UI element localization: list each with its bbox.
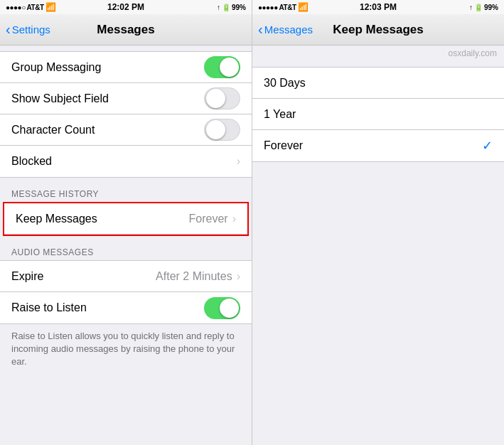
show-subject-row[interactable]: Show Subject Field — [0, 83, 252, 114]
message-history-header: MESSAGE HISTORY — [0, 183, 252, 202]
carrier-left: ●●●●○ AT&T 📶 — [6, 2, 55, 12]
back-label-left: Settings — [12, 23, 50, 36]
audio-messages-header: AUDIO MESSAGES — [0, 242, 252, 260]
expire-label: Expire — [11, 270, 43, 283]
battery-left: ↑ 🔋 99% — [217, 4, 246, 11]
expire-value: After 2 Minutes — [156, 270, 232, 283]
toggle-thumb-subject — [206, 89, 225, 108]
battery-right: ↑ 🔋 99% — [469, 4, 498, 11]
keep-messages-value: Forever — [189, 213, 228, 225]
audio-messages-group: Expire After 2 Minutes › Raise to Listen — [0, 260, 252, 324]
show-subject-toggle[interactable] — [204, 87, 240, 109]
group-messaging-toggle[interactable] — [204, 56, 240, 78]
message-history-section: MESSAGE HISTORY Keep Messages Forever › — [0, 183, 252, 236]
signal-left: ↑ — [217, 4, 220, 11]
option-1-year-label: 1 Year — [264, 108, 296, 121]
back-arrow-left: ‹ — [6, 21, 11, 38]
battery-icon-left: 🔋 — [222, 4, 230, 11]
blocked-right: › — [237, 155, 240, 168]
back-button-right[interactable]: ‹ Messages — [258, 21, 313, 38]
keep-messages-list: 30 Days 1 Year Forever ✓ — [252, 67, 504, 162]
nav-bar-right: ‹ Messages Keep Messages — [252, 14, 504, 45]
status-bar-left: ●●●●○ AT&T 📶 12:02 PM ↑ 🔋 99% — [0, 0, 252, 14]
expire-row[interactable]: Expire After 2 Minutes › — [0, 261, 252, 292]
page-title-right: Keep Messages — [333, 23, 424, 37]
raise-to-listen-toggle[interactable] — [204, 297, 240, 319]
expire-chevron: › — [237, 270, 240, 283]
toggle-thumb-char — [206, 120, 225, 139]
option-forever-label: Forever — [264, 139, 303, 152]
blocked-chevron: › — [237, 155, 240, 168]
option-30-days-label: 30 Days — [264, 77, 306, 90]
carrier-right: ●●●●● AT&T 📶 — [258, 2, 308, 12]
keep-messages-group: Keep Messages Forever › — [3, 202, 249, 236]
back-arrow-right: ‹ — [258, 21, 263, 38]
nav-bar-left: ‹ Settings Messages — [0, 14, 252, 45]
blocked-row[interactable]: Blocked › — [0, 146, 252, 177]
forever-checkmark: ✓ — [482, 138, 493, 154]
show-subject-label: Show Subject Field — [11, 92, 109, 105]
status-bar-right: ●●●●● AT&T 📶 12:03 PM ↑ 🔋 99% — [252, 0, 504, 14]
raise-to-listen-label: Raise to Listen — [11, 301, 87, 314]
group-messaging-label: Group Messaging — [11, 61, 101, 74]
time-left: 12:02 PM — [107, 2, 144, 12]
blocked-label: Blocked — [11, 155, 52, 168]
back-button-left[interactable]: ‹ Settings — [6, 21, 50, 38]
group-messaging-row[interactable]: Group Messaging — [0, 52, 252, 83]
settings-list-left: Group Messaging Show Subject Field Chara… — [0, 45, 252, 445]
keep-messages-right: Forever › — [189, 213, 236, 225]
option-30-days-row[interactable]: 30 Days — [252, 68, 504, 99]
expire-right: After 2 Minutes › — [156, 270, 240, 283]
back-label-right: Messages — [264, 23, 313, 36]
keep-messages-chevron: › — [232, 213, 236, 225]
battery-pct-left: 99% — [232, 4, 246, 11]
signal-right: ↑ — [469, 4, 473, 11]
battery-pct-right: 99% — [484, 4, 498, 11]
character-count-toggle[interactable] — [204, 119, 240, 141]
keep-messages-row[interactable]: Keep Messages Forever › — [4, 203, 247, 235]
right-panel: ●●●●● AT&T 📶 12:03 PM ↑ 🔋 99% ‹ Messages… — [252, 0, 504, 445]
toggle-thumb-raise — [220, 299, 239, 318]
toggle-thumb-group — [220, 58, 239, 77]
raise-to-listen-row[interactable]: Raise to Listen — [0, 292, 252, 323]
raise-to-listen-description: Raise to Listen allows you to quickly li… — [0, 324, 252, 375]
page-title-left: Messages — [97, 23, 154, 37]
time-right: 12:03 PM — [360, 2, 397, 12]
character-count-row[interactable]: Character Count — [0, 114, 252, 146]
main-toggles-group: Group Messaging Show Subject Field Chara… — [0, 51, 252, 178]
character-count-label: Character Count — [11, 124, 95, 136]
watermark: osxdaily.com — [252, 45, 504, 61]
battery-icon-right: 🔋 — [474, 4, 483, 11]
left-panel: ●●●●○ AT&T 📶 12:02 PM ↑ 🔋 99% ‹ Settings… — [0, 0, 252, 445]
keep-messages-label: Keep Messages — [16, 213, 97, 225]
option-1-year-row[interactable]: 1 Year — [252, 99, 504, 130]
audio-messages-section: AUDIO MESSAGES Expire After 2 Minutes › … — [0, 242, 252, 324]
option-forever-row[interactable]: Forever ✓ — [252, 130, 504, 161]
